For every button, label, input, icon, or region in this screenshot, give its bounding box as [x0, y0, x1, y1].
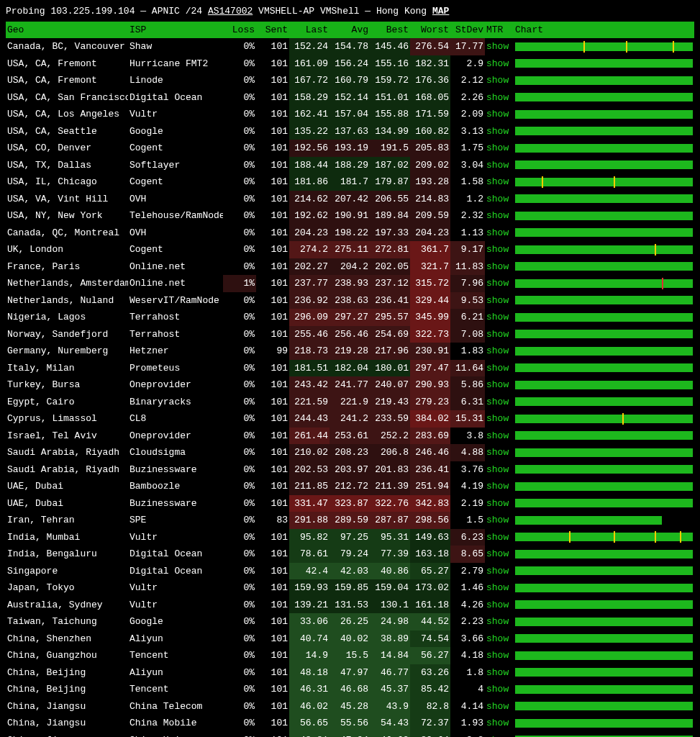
- cell-best: 252.2: [370, 428, 410, 445]
- mtr-show-link[interactable]: show: [486, 735, 509, 738]
- mtr-show-link[interactable]: show: [486, 667, 509, 678]
- cell-chart: [514, 428, 694, 445]
- mtr-show-link[interactable]: show: [486, 515, 509, 525]
- col-last[interactable]: Last: [289, 22, 329, 39]
- col-avg[interactable]: Avg: [329, 22, 370, 39]
- col-sent[interactable]: Sent: [256, 22, 289, 39]
- mtr-show-link[interactable]: show: [486, 616, 509, 627]
- mtr-show-link[interactable]: show: [486, 379, 509, 390]
- cell-best: 191.5: [370, 140, 410, 157]
- cell-avg: 159.85: [329, 579, 370, 597]
- mtr-show-link[interactable]: show: [486, 363, 509, 374]
- col-geo[interactable]: Geo: [6, 22, 128, 39]
- cell-avg: 241.77: [329, 376, 370, 394]
- mtr-show-link[interactable]: show: [486, 548, 509, 559]
- cell-best: 236.41: [370, 292, 410, 309]
- mtr-show-link[interactable]: show: [486, 143, 509, 153]
- table-row: Norway, SandefjordTerrahost0%101255.4625…: [6, 326, 694, 343]
- cell-best: 46.77: [370, 664, 410, 682]
- col-worst[interactable]: Worst: [410, 22, 450, 39]
- cell-avg: 160.79: [329, 72, 370, 89]
- cell-loss: 0%: [223, 428, 256, 445]
- table-row: China, JiangsuChina Mobile0%10156.6555.5…: [6, 715, 694, 732]
- probe-asn-link[interactable]: AS147002: [208, 6, 253, 17]
- col-isp[interactable]: ISP: [128, 22, 223, 39]
- mtr-show-link[interactable]: show: [486, 92, 509, 103]
- mtr-show-link[interactable]: show: [486, 210, 509, 221]
- cell-last: 162.41: [289, 106, 329, 123]
- mtr-show-link[interactable]: show: [486, 58, 509, 69]
- col-mtr[interactable]: MTR: [485, 22, 514, 39]
- cell-geo: USA, CA, Los Angeles: [6, 106, 128, 123]
- cell-best: 145.46: [370, 38, 410, 55]
- mtr-show-link[interactable]: show: [486, 227, 509, 238]
- mtr-show-link[interactable]: show: [486, 41, 509, 52]
- mtr-show-link[interactable]: show: [486, 345, 509, 356]
- col-chart[interactable]: Chart: [514, 22, 694, 39]
- mtr-show-link[interactable]: show: [486, 718, 509, 728]
- cell-geo: Egypt, Cairo: [6, 394, 128, 411]
- cell-stdev: 2.79: [450, 563, 485, 580]
- mtr-show-link[interactable]: show: [486, 532, 509, 543]
- mtr-show-link[interactable]: show: [486, 447, 509, 458]
- mtr-show-link[interactable]: show: [486, 312, 509, 322]
- cell-isp: OVH: [128, 191, 223, 208]
- mtr-show-link[interactable]: show: [486, 75, 509, 86]
- mtr-show-link[interactable]: show: [486, 413, 509, 424]
- mtr-show-link[interactable]: show: [486, 684, 509, 695]
- mtr-show-link[interactable]: show: [486, 566, 509, 577]
- cell-geo: UAE, Dubai: [6, 478, 128, 495]
- cell-worst: 160.82: [410, 123, 450, 140]
- mtr-show-link[interactable]: show: [486, 650, 509, 661]
- cell-last: 243.42: [289, 376, 329, 394]
- cell-last: 218.73: [289, 343, 329, 360]
- mtr-show-link[interactable]: show: [486, 109, 509, 119]
- cell-geo: Cyprus, Limassol: [6, 410, 128, 428]
- mtr-show-link[interactable]: show: [486, 600, 509, 610]
- table-row: USA, CA, San FranciscoDigital Ocean0%101…: [6, 89, 694, 107]
- mtr-show-link[interactable]: show: [486, 329, 509, 340]
- mtr-show-link[interactable]: show: [486, 126, 509, 137]
- mtr-show-link[interactable]: show: [486, 430, 509, 441]
- cell-geo: Netherlands, Nuland: [6, 292, 128, 309]
- mtr-show-link[interactable]: show: [486, 498, 509, 509]
- table-row: Iran, TehranSPE0%83291.88289.59287.87298…: [6, 512, 694, 529]
- mtr-show-link[interactable]: show: [486, 194, 509, 204]
- cell-best: 95.31: [370, 529, 410, 546]
- cell-avg: 47.94: [329, 732, 370, 738]
- cell-isp: Vultr: [128, 529, 223, 546]
- mtr-show-link[interactable]: show: [486, 701, 509, 712]
- mtr-show-link[interactable]: show: [486, 244, 509, 255]
- cell-chart: [514, 343, 694, 360]
- cell-avg: 188.29: [329, 157, 370, 174]
- cell-worst: 74.54: [410, 630, 450, 648]
- col-stdev[interactable]: StDev: [450, 22, 485, 39]
- cell-isp: Vultr: [128, 597, 223, 614]
- cell-isp: Buzinessware: [128, 495, 223, 512]
- map-link[interactable]: MAP: [432, 6, 449, 17]
- col-best[interactable]: Best: [370, 22, 410, 39]
- mtr-show-link[interactable]: show: [486, 633, 509, 644]
- mtr-show-link[interactable]: show: [486, 278, 509, 289]
- cell-avg: 79.24: [329, 546, 370, 563]
- table-row: USA, VA, Vint HillOVH0%101214.62207.4220…: [6, 191, 694, 208]
- cell-isp: Terrahost: [128, 326, 223, 343]
- cell-loss: 0%: [223, 613, 256, 630]
- table-row: UAE, DubaiBamboozle0%101211.85212.72211.…: [6, 478, 694, 495]
- mtr-show-link[interactable]: show: [486, 582, 509, 593]
- cell-chart: [514, 89, 694, 107]
- mtr-show-link[interactable]: show: [486, 160, 509, 171]
- cell-isp: Softlayer: [128, 157, 223, 174]
- mtr-show-link[interactable]: show: [486, 481, 509, 492]
- cell-sent: 101: [256, 72, 289, 89]
- cell-worst: 204.23: [410, 225, 450, 242]
- mtr-show-link[interactable]: show: [486, 295, 509, 306]
- mtr-show-link[interactable]: show: [486, 397, 509, 407]
- mtr-show-link[interactable]: show: [486, 176, 509, 187]
- mtr-show-link[interactable]: show: [486, 261, 509, 272]
- cell-loss: 0%: [223, 207, 256, 225]
- mtr-show-link[interactable]: show: [486, 464, 509, 475]
- col-loss[interactable]: Loss: [223, 22, 256, 39]
- cell-isp: Cogent: [128, 140, 223, 157]
- cell-sent: 101: [256, 495, 289, 512]
